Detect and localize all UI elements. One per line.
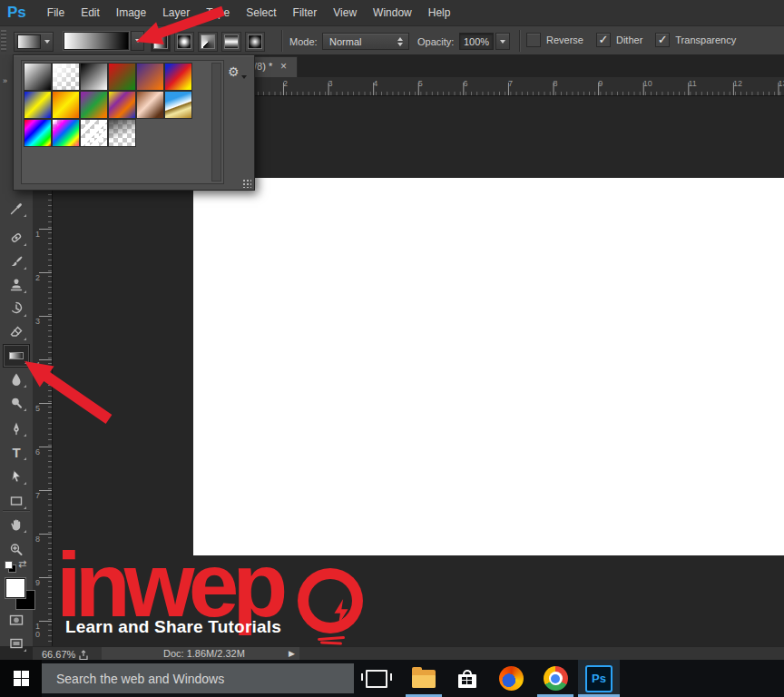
checkbox-label-reverse: Reverse (546, 34, 583, 45)
clone-stamp-tool[interactable] (5, 274, 28, 296)
dodge-tool[interactable] (5, 392, 28, 414)
gear-icon[interactable]: ⚙ (228, 64, 240, 79)
swatch-scrollbar[interactable] (211, 63, 221, 182)
gradient-swatch-red-green[interactable] (108, 63, 136, 91)
gradient-picker-dropdown-button[interactable] (131, 31, 144, 51)
rectangle-tool[interactable] (5, 490, 28, 512)
angle-gradient-button[interactable] (198, 32, 218, 52)
search-input[interactable] (54, 671, 330, 687)
eyedropper-tool[interactable] (5, 198, 28, 220)
tool-preset-picker[interactable] (14, 32, 54, 52)
gradient-tool[interactable] (3, 344, 30, 368)
task-view-button[interactable] (356, 660, 397, 697)
file-explorer-button[interactable] (403, 660, 445, 697)
mode-select[interactable]: Normal (322, 33, 409, 50)
menu-image[interactable]: Image (108, 0, 154, 25)
status-expand-icon[interactable]: ▶ (289, 649, 295, 658)
radial-gradient-button[interactable] (174, 32, 194, 52)
gradient-swatch-copper[interactable] (136, 91, 164, 119)
options-bar-grip[interactable] (1, 30, 6, 52)
vruler-number-9: 9 (35, 579, 43, 587)
close-icon[interactable]: × (280, 60, 287, 73)
gradient-swatch-violet-green-orange[interactable] (80, 91, 108, 119)
menu-file[interactable]: File (39, 0, 73, 25)
gradient-swatch-neutral-density[interactable] (108, 119, 136, 147)
menu-layer[interactable]: Layer (154, 0, 198, 25)
gradient-preview-control[interactable] (64, 31, 144, 51)
diamond-gradient-button[interactable] (245, 32, 265, 52)
pen-tool[interactable] (5, 417, 28, 439)
toolbar-collapse-button[interactable]: » (3, 76, 6, 85)
panel-resize-grip[interactable] (242, 179, 251, 188)
gradient-swatch-transparent-rainbow[interactable] (52, 119, 80, 147)
hruler-number-4: 4 (373, 79, 377, 88)
reflected-gradient-icon (224, 34, 239, 49)
gradient-preview-bar[interactable] (64, 32, 129, 50)
swap-colors-icon[interactable]: ⇄ (18, 558, 26, 570)
mode-label: Mode: (289, 36, 318, 47)
windows-logo-icon (14, 671, 29, 686)
gradient-swatch-violet-orange[interactable] (136, 63, 164, 91)
doc-size-strip[interactable]: Doc: 1.86M/2.32M ▶ (102, 647, 299, 660)
chevron-down-icon (500, 40, 505, 44)
options-separator (281, 30, 282, 52)
gradient-swatch-blue-yellow-blue[interactable] (24, 91, 52, 119)
menu-edit[interactable]: Edit (73, 0, 108, 25)
chrome-button[interactable] (534, 660, 576, 697)
default-colors-icon[interactable] (5, 561, 13, 569)
foreground-color-swatch[interactable] (5, 578, 25, 598)
gradient-swatch-foreground-to-transparent[interactable] (52, 63, 80, 91)
hruler-number-3: 3 (328, 79, 333, 88)
firefox-button[interactable] (490, 660, 532, 697)
chevron-down-icon (135, 39, 141, 43)
brush-tool[interactable] (5, 250, 28, 272)
store-button[interactable] (446, 660, 488, 697)
menu-window[interactable]: Window (365, 0, 420, 25)
gradient-swatch-black-white[interactable] (80, 63, 108, 91)
hand-tool[interactable] (5, 514, 28, 535)
gradient-swatch-chrome[interactable] (164, 91, 192, 119)
windows-taskbar: Ps (0, 660, 784, 697)
gradient-swatch-orange-yellow-orange[interactable] (52, 91, 80, 119)
blur-tool[interactable] (5, 368, 28, 390)
options-separator (519, 30, 520, 52)
gradient-swatch-blue-red-yellow[interactable] (164, 63, 192, 91)
zoom-level[interactable]: 66.67% (42, 649, 75, 660)
menu-help[interactable]: Help (420, 0, 459, 25)
radial-gradient-icon (177, 34, 191, 49)
inwepo-logo-subtitle: Learn and Share Tutorials (65, 617, 281, 637)
chevron-down-icon (44, 40, 50, 44)
bulb-inner (309, 579, 352, 623)
taskbar-search-box[interactable] (42, 663, 354, 693)
start-button[interactable] (0, 660, 42, 697)
hruler-number-5: 5 (418, 79, 423, 88)
gradient-swatch-spectrum[interactable] (24, 119, 52, 147)
path-selection-tool[interactable] (5, 466, 28, 487)
menu-filter[interactable]: Filter (285, 0, 326, 25)
checkbox-transparency[interactable]: ✓ (655, 33, 670, 47)
history-brush-tool[interactable] (5, 298, 28, 319)
opacity-field[interactable]: 100% (459, 33, 494, 50)
photoshop-taskbar-button[interactable]: Ps (578, 660, 620, 697)
menu-type[interactable]: Type (198, 0, 238, 25)
screen-mode-button[interactable] (5, 633, 28, 654)
menu-select[interactable]: Select (238, 0, 284, 25)
checkbox-reverse[interactable] (526, 33, 541, 47)
menu-view[interactable]: View (325, 0, 365, 25)
document-canvas[interactable] (193, 178, 784, 555)
gradient-swatch-yellow-violet-orange-blue[interactable] (108, 91, 136, 119)
opacity-dropdown-button[interactable] (495, 33, 510, 50)
quick-mask-button[interactable] (5, 609, 28, 631)
linear-gradient-button[interactable] (151, 32, 171, 52)
reflected-gradient-button[interactable] (221, 32, 241, 52)
hruler-number-6: 6 (463, 79, 467, 88)
hruler-number-9: 9 (598, 79, 603, 88)
gradient-swatch-well (21, 60, 224, 184)
gradient-swatch-foreground-to-background[interactable] (24, 63, 52, 91)
gradient-swatch-transparent-stripes[interactable] (80, 119, 108, 147)
hruler-number-13: 13 (779, 79, 784, 88)
checkbox-dither[interactable]: ✓ (596, 33, 611, 47)
eraser-tool[interactable] (5, 321, 28, 343)
spot-healing-brush-tool[interactable] (5, 227, 28, 249)
type-tool[interactable]: T (5, 441, 28, 463)
